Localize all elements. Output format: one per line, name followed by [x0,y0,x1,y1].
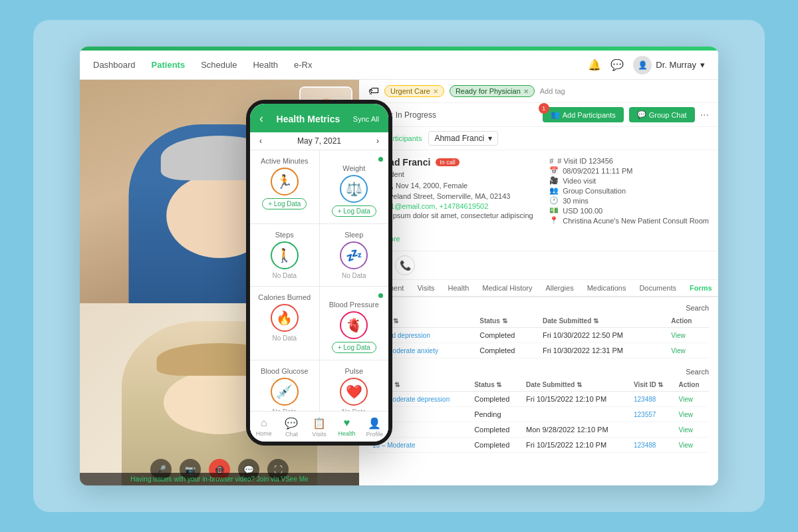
phone-back-btn[interactable]: ‹ [259,112,263,126]
join-link[interactable]: Join via VSee Me [257,475,309,483]
metric-label-sleep: Sleep [344,231,363,239]
metric-label-glucose: Blood Glucose [261,367,309,375]
avatar: 👤 [633,56,652,74]
visit-type: 🎥Video visit [549,176,709,185]
consultation-type: 👥Group Consultation [549,186,709,195]
tab-health[interactable]: Health [442,280,476,297]
metric-label-calories: Calories Burned [258,293,311,301]
view-link-5[interactable]: View [678,426,693,434]
participant-dropdown[interactable]: Ahmad Franci ▾ [428,131,498,146]
table-row: 10 – Moderate anxiety Completed Fri 10/3… [368,342,709,358]
tags-bar: 🏷 Urgent Care ✕ Ready for Physician ✕ Ad… [359,80,718,103]
tabs-row: Payment Visits Health Medical History Al… [359,280,718,297]
tab-forms[interactable]: Forms [683,280,718,297]
calories-icon: 🔥 [271,304,299,332]
tag-ready[interactable]: Ready for Physician ✕ [450,85,535,97]
sleep-no-data: No Data [342,272,366,279]
phone-overlay: ‹ Health Metrics Sync All ‹ May 7, 2021 … [246,100,392,446]
weight-dot [378,157,383,162]
tab-medications[interactable]: Medications [581,280,633,297]
health-icon: ♥ [344,417,350,429]
visit-date: 📅08/09/2021 11:11 PM [549,166,709,175]
more-options-btn[interactable]: ··· [700,109,709,121]
patient-email[interactable]: patient1@email.com, +14784619502 [368,202,543,210]
view-link-6[interactable]: View [678,442,693,449]
patient-name-row: Ahmad Franci In call [368,157,543,168]
table-row: 7 – Mild depression Completed Fri 10/30/… [368,327,709,342]
visit-id: ## Visit ID 123456 [549,157,709,165]
location-icon: 📍 [549,216,559,225]
phone-header: ‹ Health Metrics Sync All [250,104,388,132]
metric-calories: Calories Burned 🔥 No Data [250,287,319,360]
visitid-cell-3 [630,422,675,437]
add-tag-btn[interactable]: Add tag [540,87,565,95]
nav-schedule[interactable]: Schedule [201,60,237,70]
view-link-1[interactable]: View [671,332,686,339]
col-action: Action [667,315,709,328]
add-participants-btn[interactable]: 1 👥 Add Participants [543,107,624,122]
nav-right: 🔔 💬 👤 Dr. Murray ▾ [588,56,705,74]
visitid-link-2[interactable]: 123557 [634,411,656,418]
log-active-btn[interactable]: + Log Data [262,198,307,209]
metric-sleep: Sleep 💤 No Data [320,224,389,286]
nav-erx[interactable]: e-Rx [294,60,312,70]
phone-screen: ‹ Health Metrics Sync All ‹ May 7, 2021 … [250,104,388,442]
visitid-link-1[interactable]: 123488 [634,396,656,403]
video-icon: 🎥 [549,176,559,185]
phone-nav-profile[interactable]: 👤 Profile [360,417,388,438]
patient-address: 18 Cleveland Street, Somerville, MA, 021… [368,191,543,202]
tab-visits[interactable]: Visits [410,280,441,297]
clock-icon: 🕐 [549,196,559,205]
right-panel: 🏷 Urgent Care ✕ Ready for Physician ✕ Ad… [359,80,718,485]
patient-info-right: ## Visit ID 123456 📅08/09/2021 11:11 PM … [549,157,709,244]
bp-icon: 🫀 [340,311,368,339]
log-bp-btn[interactable]: + Log Data [332,342,376,353]
hash-icon: # [549,157,553,165]
sleep-icon: 💤 [340,241,368,269]
next-date-btn[interactable]: › [376,136,379,146]
table-row: Completed Mon 9/28/2022 12:10 PM View [368,422,709,437]
filter-icon: 🏷 [368,85,379,97]
log-weight-btn[interactable]: + Log Data [332,205,376,217]
tag-urgent-close[interactable]: ✕ [433,88,438,95]
phone-nav-home[interactable]: ⌂ Home [250,417,278,438]
phone-action-btn[interactable]: 📞 [395,255,415,275]
nav-patients[interactable]: Patients [152,60,186,70]
metric-label-pulse: Pulse [344,367,363,375]
patient-info-left: Ahmad Franci In call Dependent Age 21, N… [368,157,543,244]
phone-sync-btn[interactable]: Sync All [353,115,379,123]
view-link-4[interactable]: View [678,411,693,418]
message-icon[interactable]: 💬 [610,59,624,71]
phone-nav-chat[interactable]: 💬 Chat [278,417,306,438]
search-label-2: Search [686,368,709,376]
metric-active-minutes: Active Minutes 🏃 + Log Data [250,150,319,223]
tab-allergies[interactable]: Allergies [539,280,581,297]
patient-desc: Lorem ipsum dolor sit amet, consectetur … [368,210,543,232]
tab-medical-history[interactable]: Medical History [475,280,539,297]
bell-icon[interactable]: 🔔 [588,59,601,71]
group-chat-btn[interactable]: 💬 Group Chat [629,107,695,122]
date2-cell-1: Fri 10/15/2022 12:10 PM [522,391,630,406]
view-link-3[interactable]: View [678,396,693,403]
view-link-2[interactable]: View [671,347,686,354]
status-cell-1: Completed [475,327,539,342]
phone-nav-visits[interactable]: 📋 Visits [305,417,333,438]
col-date: Date Submitted ⇅ [539,315,667,328]
date-cell-2: Fri 10/30/2022 12:31 PM [539,342,667,358]
glucose-icon: 💉 [271,378,299,406]
profile-icon: 👤 [368,417,381,430]
prev-date-btn[interactable]: ‹ [259,136,262,146]
status2-cell-2: Pending [470,406,522,422]
visitid-link-4[interactable]: 123488 [634,442,656,449]
nav-health[interactable]: Health [253,60,278,70]
action-icons-row: 📅 📞 [359,251,718,280]
phone-nav-health[interactable]: ♥ Health [333,417,361,438]
user-menu[interactable]: 👤 Dr. Murray ▾ [633,56,705,74]
visits-icon: 📋 [313,417,326,430]
tab-documents[interactable]: Documents [632,280,683,297]
forms-table-1: Score ⇅ Status ⇅ Date Submitted ⇅ Action… [368,315,709,358]
nav-dashboard[interactable]: Dashboard [93,60,136,70]
col-visitid-h: Visit ID ⇅ [630,378,675,392]
tag-urgent[interactable]: Urgent Care ✕ [384,85,444,97]
tag-ready-close[interactable]: ✕ [523,88,529,95]
